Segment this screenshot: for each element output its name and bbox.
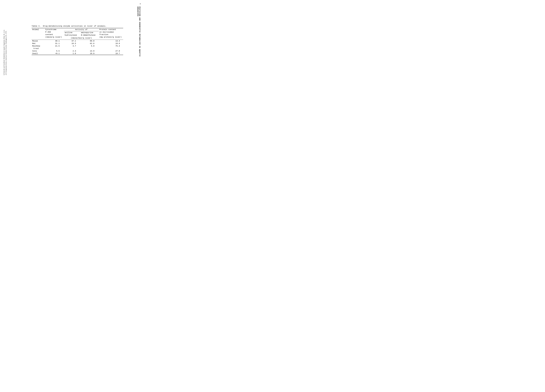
table-container: Table I. Drug-metabolizing enzyme activi…	[32, 25, 123, 55]
running-head-right: PESTICIDE AND XENOBIOTIC METABOLISM IN A…	[137, 6, 141, 66]
citation-line-1: In Pesticide and Xenobiotic Metabolism i…	[3, 30, 5, 75]
table-row: Rat31.116.562.618.8	[32, 42, 123, 45]
cell-aniline: 1.8	[64, 52, 80, 55]
table-row: Carp5.52.313.927.0	[32, 50, 123, 52]
table-caption: Table I. Drug-metabolizing enzyme activi…	[32, 25, 123, 27]
activity-unit: (nmole/min/g liver)	[64, 37, 99, 40]
table-row: Rainbow21.53.75.975.4	[32, 45, 123, 47]
table-label: Table I.	[32, 25, 41, 27]
col-header-cytochrome: CytochromeP-450content(nmole/g liver)	[45, 28, 64, 40]
cell-protein: 75.4	[99, 45, 123, 47]
table-row-continuation: trout	[32, 47, 123, 50]
cell-aminopyrine: 62.6	[80, 42, 99, 45]
cell-animal: Snail	[32, 52, 45, 55]
cell-aniline: 3.7	[64, 45, 80, 47]
cell-protein: 18.7	[99, 52, 123, 55]
col-header-aniline: anilinehydroxylase	[64, 31, 80, 36]
cell-aminopyrine: 5.9	[80, 45, 99, 47]
cell-cytochrome: <0.1	[45, 52, 64, 55]
table-row: Mouse40.137.189.013.4	[32, 40, 123, 42]
col-header-protein: Protein contentin microsomalfraction(mg …	[99, 28, 123, 40]
cell-protein: 13.4	[99, 40, 123, 42]
cell-animal-line2: trout	[32, 47, 45, 50]
cell-animal: Carp	[32, 50, 45, 52]
cell-protein: 27.0	[99, 50, 123, 52]
cell-animal: Rainbow	[32, 45, 45, 47]
cell-animal: Rat	[32, 42, 45, 45]
cell-animal: Mouse	[32, 40, 45, 42]
table-header: AnimalCytochromeP-450content(nmole/g liv…	[32, 28, 123, 31]
cell-aniline: 37.1	[64, 40, 80, 42]
cell-cytochrome: 40.1	[45, 40, 64, 42]
data-table: AnimalCytochromeP-450content(nmole/g liv…	[32, 28, 123, 55]
cell-cytochrome: 5.5	[45, 50, 64, 52]
cell-cytochrome: 31.1	[45, 42, 64, 45]
citation-line-2: ACS Symposium Series; American Chemical …	[5, 31, 7, 75]
cell-aniline: 2.3	[64, 50, 80, 52]
table-row: Snail<0.11.818.918.7	[32, 52, 123, 55]
cell-aminopyrine: 89.0	[80, 40, 99, 42]
page-number: 4	[140, 3, 141, 5]
col-header-animal: Animal	[32, 28, 45, 31]
table-title: Drug-metabolizing enzyme activities in l…	[43, 25, 106, 27]
cell-aniline: 16.5	[64, 42, 80, 45]
col-header-aminopyrine: aminopyrineN-demethylase	[80, 31, 99, 36]
cell-protein: 18.8	[99, 42, 123, 45]
running-head-left: In Pesticide and Xenobiotic Metabolism i…	[3, 14, 7, 75]
col-header-activity-spanner: Activity of	[64, 28, 99, 31]
cell-aminopyrine: 13.9	[80, 50, 99, 52]
cell-aminopyrine: 18.9	[80, 52, 99, 55]
cell-cytochrome: 21.5	[45, 45, 64, 47]
